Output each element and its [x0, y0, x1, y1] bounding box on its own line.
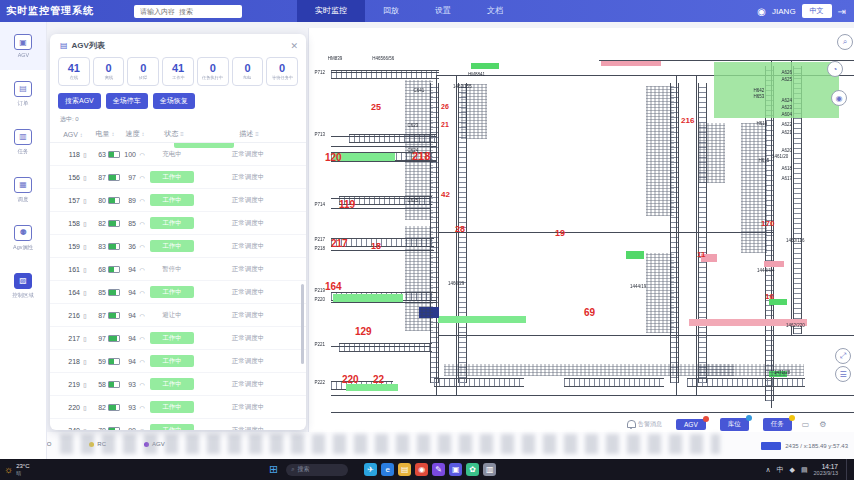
agv-marker[interactable]: 22 [373, 374, 384, 385]
sidebar-item-控制区域[interactable]: ▨控制区域 [0, 262, 46, 310]
agv-marker[interactable]: 18 [371, 241, 381, 251]
agv-marker[interactable]: 164 [325, 281, 342, 292]
sidebar-item-订单[interactable]: ▤订单 [0, 70, 46, 118]
taskbar-search[interactable]: ⌕ 搜索 [286, 464, 348, 476]
tab-实时监控[interactable]: 实时监控 [297, 0, 365, 22]
table-row[interactable]: 218▯5994◠工作中正常调度中 [50, 350, 306, 373]
agv-marker[interactable]: 69 [584, 307, 595, 318]
global-search[interactable] [134, 5, 242, 18]
show-desktop-sliver[interactable] [846, 459, 850, 480]
taskbar-app-icon-5[interactable]: ▣ [449, 463, 462, 476]
sidebar-item-任务[interactable]: ▥任务 [0, 118, 46, 166]
table-row[interactable]: 240▯7090◠工作中正常调度中 [50, 419, 306, 430]
agv-marker[interactable]: 28 [455, 224, 465, 234]
map-button-库位[interactable]: 库位 [720, 418, 749, 431]
speed-value: 94 [120, 266, 136, 273]
table-header-速度[interactable]: 速度 ↕ [120, 129, 150, 139]
warehouse-map[interactable]: HM839H46566/56P712HM88411463/155C641C623… [308, 28, 854, 432]
agv-marker[interactable]: 11 [697, 250, 705, 259]
sidebar-item-label: Agv属性 [13, 243, 33, 251]
sort-icon[interactable]: ↕ [80, 132, 83, 138]
map-gauge-icon[interactable]: ◉ [831, 90, 847, 106]
map-button-任务[interactable]: 任务 [763, 418, 792, 431]
table-row[interactable]: 216▯8794◠避让中正常调度中 [50, 304, 306, 327]
map-clock-icon[interactable]: ◔ [827, 61, 843, 77]
table-row[interactable]: 161▯6894◠暂停中正常调度中 [50, 258, 306, 281]
tab-设置[interactable]: 设置 [417, 0, 469, 22]
battery-fill [109, 198, 115, 203]
taskbar-app-icon-7[interactable]: ▥ [483, 463, 496, 476]
tray-icon-1[interactable]: 中 [777, 465, 784, 475]
agv-marker[interactable]: 26 [441, 103, 449, 110]
tab-回放[interactable]: 回放 [365, 0, 417, 22]
filter-icon[interactable]: ≡ [255, 131, 259, 137]
agv-marker[interactable]: 21 [441, 121, 449, 128]
taskbar-app-icon-0[interactable]: ✈ [364, 463, 377, 476]
taskbar-clock[interactable]: 14:172023/9/13 [814, 463, 838, 477]
agv-id: 118 [56, 151, 80, 158]
logout-icon[interactable]: ⇥ [838, 6, 846, 17]
filter-icon[interactable]: ≡ [180, 131, 184, 137]
alarm-bell-wrap[interactable]: 告警消息 [627, 420, 662, 429]
agv-marker[interactable]: 220 [342, 374, 359, 385]
battery-value: 80 [90, 197, 106, 204]
tray-icon-2[interactable]: ◆ [790, 466, 795, 474]
sidebar-item-调度[interactable]: ▦调度 [0, 166, 46, 214]
agv-marker[interactable]: 42 [441, 190, 450, 199]
global-search-input[interactable] [138, 7, 238, 16]
agv-marker[interactable]: 25 [371, 102, 381, 112]
table-row[interactable]: 157▯8089◠工作中正常调度中 [50, 189, 306, 212]
table-row[interactable]: 159▯8336◠工作中正常调度中 [50, 235, 306, 258]
panel-button-全场恢复[interactable]: 全场恢复 [153, 93, 195, 109]
agv-marker[interactable]: 216 [681, 116, 694, 125]
sidebar-item-label: 调度 [18, 195, 29, 203]
table-row[interactable]: 217▯9794◠工作中正常调度中 [50, 327, 306, 350]
agv-marker[interactable]: 16 [765, 292, 774, 301]
rack-row [564, 378, 664, 387]
agv-marker[interactable]: 170 [761, 219, 774, 228]
map-button-AGV[interactable]: AGV [676, 419, 706, 430]
sidebar-item-AGV[interactable]: ▣AGV [0, 22, 46, 70]
map-search-icon[interactable]: ⌕ [837, 34, 853, 50]
tray-icon-3[interactable]: ▤ [801, 466, 808, 474]
language-button[interactable]: 中文 [802, 4, 832, 18]
table-header-状态[interactable]: 状态 ≡ [150, 129, 198, 139]
agv-marker[interactable]: 218 [412, 150, 430, 162]
status-badge: 工作中 [150, 401, 194, 413]
start-button[interactable]: ⊞ [269, 463, 278, 476]
taskbar-app-icon-1[interactable]: e [381, 463, 394, 476]
panel-button-搜索AGV[interactable]: 搜索AGV [58, 93, 101, 109]
battery-icon [108, 335, 120, 342]
table-header-电量[interactable]: 电量 ↕ [90, 129, 120, 139]
table-header-AGV[interactable]: AGV ↕ [56, 131, 90, 138]
sidebar-item-Agv属性[interactable]: ⚉Agv属性 [0, 214, 46, 262]
agv-marker[interactable]: 217 [331, 238, 348, 249]
panel-scrollbar[interactable] [301, 284, 304, 364]
tray-icon-0[interactable]: ∧ [765, 466, 770, 474]
map-layers-icon[interactable]: ☰ [835, 366, 851, 382]
map-settings-icon[interactable]: ⚙ [819, 420, 826, 429]
panel-close-icon[interactable]: ✕ [290, 41, 298, 51]
agv-marker[interactable]: 129 [355, 326, 372, 337]
taskbar-app-icon-4[interactable]: ✎ [432, 463, 445, 476]
taskbar-app-icon-6[interactable]: ✿ [466, 463, 479, 476]
table-row[interactable]: 220▯8293◠工作中正常调度中 [50, 396, 306, 419]
agv-marker[interactable]: 119 [339, 199, 355, 210]
sort-icon[interactable]: ↕ [111, 131, 114, 137]
table-row[interactable]: 219▯5893◠工作中正常调度中 [50, 373, 306, 396]
table-row[interactable]: 158▯8285◠工作中正常调度中 [50, 212, 306, 235]
agv-marker[interactable]: 19 [555, 228, 565, 238]
tab-文档[interactable]: 文档 [469, 0, 521, 22]
panel-button-全场停车[interactable]: 全场停车 [106, 93, 148, 109]
table-header-描述[interactable]: 描述 ≡ [198, 129, 300, 139]
taskbar-app-icon-3[interactable]: ◉ [415, 463, 428, 476]
map-expand-icon[interactable]: ⤢ [835, 348, 851, 364]
agv-marker[interactable]: 120 [325, 152, 342, 163]
map-frame-icon[interactable]: ▭ [802, 420, 810, 429]
taskbar-app-icon-2[interactable]: ▤ [398, 463, 411, 476]
table-row[interactable]: 164▯8594◠工作中正常调度中 [50, 281, 306, 304]
taskbar-weather[interactable]: ☼ 23°C 晴 [0, 463, 64, 477]
table-row[interactable]: 156▯8797◠工作中正常调度中 [50, 166, 306, 189]
sort-icon[interactable]: ↕ [141, 131, 144, 137]
station-label: HM8841 [468, 72, 485, 77]
